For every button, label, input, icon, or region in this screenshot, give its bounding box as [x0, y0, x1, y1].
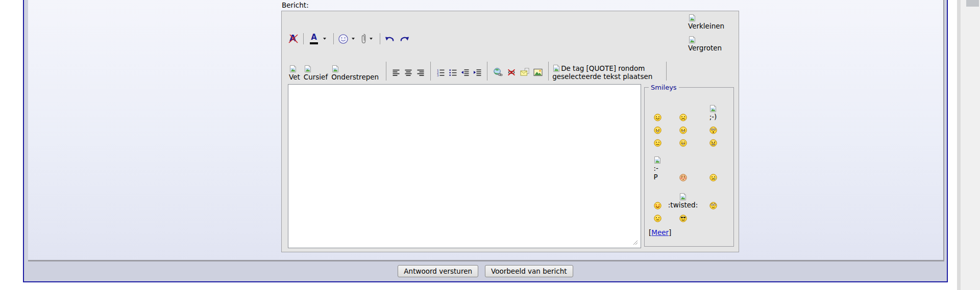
email-icon	[520, 68, 529, 76]
neutral-smiley-icon	[654, 215, 662, 222]
toolbar-separator	[666, 62, 667, 81]
message-textarea[interactable]	[288, 84, 641, 248]
align-center-button[interactable]	[404, 68, 412, 76]
insert-smiley-button[interactable]	[338, 34, 349, 44]
font-color-button[interactable]: A	[308, 34, 320, 44]
attach-file-button[interactable]	[361, 33, 366, 45]
grow-editor-button[interactable]: Vergroten	[688, 36, 724, 58]
smiley-eek[interactable]	[698, 126, 728, 134]
redo-icon	[399, 35, 410, 43]
cool-smiley-icon	[679, 215, 687, 222]
attach-dropdown-arrow[interactable]	[370, 38, 373, 40]
indent-icon	[473, 68, 481, 76]
smiley-alt-text: :-P	[654, 164, 662, 181]
smiley-row	[647, 139, 731, 147]
bold-label: Vet	[289, 73, 300, 82]
smiley-row	[647, 126, 731, 134]
smiley-cry[interactable]	[698, 174, 728, 181]
smiley-biggrin[interactable]	[668, 126, 698, 134]
align-right-button[interactable]	[416, 68, 425, 76]
more-close-bracket: ]	[669, 228, 671, 236]
undo-icon	[384, 35, 395, 43]
smiley-rolleyes[interactable]	[698, 202, 728, 209]
smiley-twisted-broken[interactable]: :twisted:	[668, 193, 698, 209]
underline-button[interactable]: Onderstrepen	[331, 65, 379, 82]
smiley-lol[interactable]	[668, 139, 698, 147]
smiley-dropdown-arrow[interactable]	[352, 38, 355, 40]
smiley-mad[interactable]	[698, 139, 728, 147]
broken-image-icon	[679, 193, 687, 201]
outdent-button[interactable]	[461, 68, 469, 76]
align-left-button[interactable]	[392, 68, 400, 76]
smiley-smile[interactable]	[647, 114, 668, 121]
scrollbar-track[interactable]	[961, 0, 980, 290]
smiley-razz[interactable]	[647, 126, 668, 134]
bold-button[interactable]: Vet	[289, 65, 300, 82]
indent-button[interactable]	[473, 68, 481, 76]
font-color-dropdown-arrow[interactable]	[323, 38, 326, 40]
remove-link-button[interactable]	[507, 68, 516, 76]
grow-editor-label: Vergroten	[688, 44, 722, 52]
align-right-icon	[416, 68, 425, 76]
preview-message-button[interactable]: Voorbeeld van bericht	[485, 265, 573, 277]
scrollbar-thumb[interactable]	[966, 0, 979, 7]
more-smileys-link[interactable]: Meer	[651, 228, 669, 236]
shrink-editor-button[interactable]: Verkleinen	[688, 14, 724, 36]
smile-smiley-icon	[654, 114, 662, 121]
shrink-editor-label: Verkleinen	[688, 22, 724, 30]
ordered-list-icon: 123	[436, 68, 445, 76]
insert-image-button[interactable]	[533, 68, 543, 76]
insert-link-button[interactable]	[493, 68, 503, 76]
smiley-row: :twisted:	[647, 193, 731, 209]
smiley-outline-icon	[338, 34, 349, 44]
more-smileys: [Meer]	[647, 228, 731, 236]
remove-format-button[interactable]: A	[288, 33, 299, 45]
smileys-legend: Smileys	[649, 84, 679, 91]
smirk-smiley-icon	[654, 139, 662, 147]
sad-smiley-icon	[679, 114, 687, 121]
smiley-evil[interactable]	[647, 202, 668, 209]
smiley-smirk[interactable]	[647, 139, 668, 147]
italic-button[interactable]: Cursief	[304, 65, 328, 82]
blush-smiley-icon	[679, 174, 687, 181]
toolbar-separator	[333, 33, 334, 44]
quote-button[interactable]: De tag [QUOTE] rondom geselecteerde teks…	[552, 64, 663, 81]
redo-button[interactable]	[399, 35, 410, 43]
bullet-list-icon	[449, 68, 457, 76]
smiley-sad[interactable]	[668, 114, 698, 121]
underline-label: Onderstrepen	[331, 73, 379, 82]
ordered-list-button[interactable]: 123	[436, 68, 445, 76]
message-textarea-wrap	[288, 84, 639, 246]
biggrin-smiley-icon	[679, 126, 687, 134]
remove-format-icon: A	[288, 33, 299, 45]
align-center-icon	[404, 68, 412, 76]
razz-smiley-icon	[654, 126, 662, 134]
smileys-panel: Smileys ;-):-P:twisted: [Meer]	[644, 84, 734, 247]
quote-button-alt-text: De tag [QUOTE] rondom geselecteerde teks…	[552, 64, 652, 81]
insert-email-button[interactable]	[520, 68, 529, 76]
rolleyes-smiley-icon	[709, 202, 717, 209]
forum-reply-page: Bericht: A A	[0, 0, 980, 290]
smiley-row	[647, 215, 731, 222]
broken-image-icon	[552, 64, 560, 72]
smiley-cool[interactable]	[668, 215, 698, 222]
broken-image-icon	[289, 65, 297, 73]
paperclip-icon	[361, 33, 366, 45]
submit-reply-button[interactable]: Antwoord versturen	[398, 265, 478, 277]
italic-label: Cursief	[304, 73, 328, 82]
smiley-wink-broken[interactable]: ;-)	[698, 104, 728, 121]
smiley-blush[interactable]	[668, 174, 698, 181]
toolbar-separator	[386, 62, 386, 81]
window-edge	[957, 0, 961, 290]
editor-resize-controls: Verkleinen Vergroten	[688, 14, 724, 58]
outdent-icon	[461, 68, 469, 76]
undo-button[interactable]	[384, 35, 395, 43]
font-color-icon: A	[308, 34, 320, 44]
smiley-neutral[interactable]	[647, 215, 668, 222]
toolbar-separator	[303, 33, 304, 44]
message-label: Bericht:	[282, 1, 309, 9]
smiley-tongue-broken[interactable]: :-P	[647, 156, 668, 181]
smiley-alt-text: :twisted:	[668, 201, 698, 209]
bullet-list-button[interactable]	[449, 68, 457, 76]
message-editor: A A	[281, 11, 739, 252]
